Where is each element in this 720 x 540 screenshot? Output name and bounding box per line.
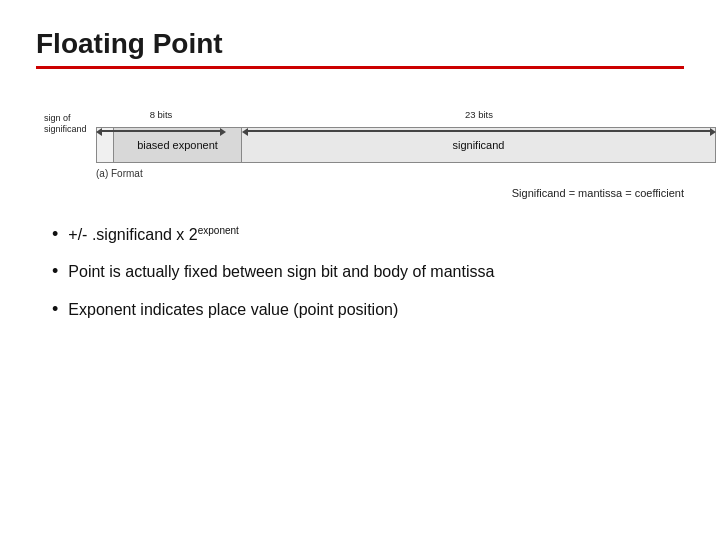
slide: Floating Point sign of significand 8 bit… xyxy=(0,0,720,540)
arrow-right-head-23 xyxy=(710,122,716,140)
arrow-8bits-label: 8 bits xyxy=(150,109,173,120)
title-area: Floating Point xyxy=(36,28,684,83)
format-diagram: 8 bits 23 bits xyxy=(96,97,716,179)
bullet-dot-3: • xyxy=(52,298,58,321)
bullet-text-1: +/- .significand x 2exponent xyxy=(68,223,684,246)
bullet-text-3: Exponent indicates place value (point po… xyxy=(68,298,684,321)
bullet-dot-1: • xyxy=(52,223,58,246)
bullet-item-2: • Point is actually fixed between sign b… xyxy=(52,260,684,283)
arrow-8bits: 8 bits xyxy=(96,109,226,140)
arrow-23bits-label: 23 bits xyxy=(465,109,493,120)
format-label: (a) Format xyxy=(96,168,716,179)
arrow-shaft-23 xyxy=(248,130,710,132)
bullet-item-1: • +/- .significand x 2exponent xyxy=(52,223,684,246)
arrows-row: 8 bits 23 bits xyxy=(96,97,716,125)
arrow-23bits-line xyxy=(242,122,716,140)
page-title: Floating Point xyxy=(36,28,684,60)
diagram-wrapper: sign of significand 8 bits 23 bits xyxy=(36,93,716,179)
bullet-text-2: Point is actually fixed between sign bit… xyxy=(68,260,684,283)
box-exponent-label: biased exponent xyxy=(137,139,218,151)
arrow-23bits: 23 bits xyxy=(242,109,716,140)
bullet-item-3: • Exponent indicates place value (point … xyxy=(52,298,684,321)
box-significand-label: significand xyxy=(453,139,505,151)
bullet-dot-2: • xyxy=(52,260,58,283)
arrow-right-head-8 xyxy=(220,122,226,140)
sign-annotation: sign of significand xyxy=(44,113,87,135)
significand-caption: Significand = mantissa = coefficient xyxy=(36,187,684,199)
bullets: • +/- .significand x 2exponent • Point i… xyxy=(52,223,684,321)
arrow-8bits-line xyxy=(96,122,226,140)
arrow-shaft-8 xyxy=(102,130,220,132)
title-underline xyxy=(36,66,684,69)
